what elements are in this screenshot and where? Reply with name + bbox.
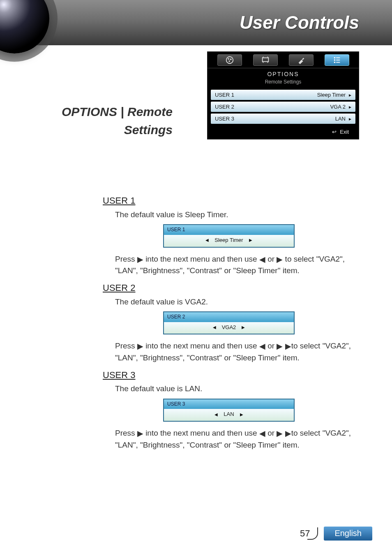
- osd-exit-row[interactable]: ↩ Exit: [208, 125, 359, 139]
- language-pill: English: [324, 527, 372, 541]
- triangle-right-icon[interactable]: ▶: [240, 412, 243, 418]
- triangle-left-icon: ◀: [259, 341, 265, 352]
- chevron-right-icon: [349, 92, 351, 98]
- osd-subtitle: Remote Settings: [208, 78, 359, 88]
- osd-row-label: USER 1: [215, 92, 234, 98]
- osd-title: OPTIONS: [208, 68, 359, 78]
- triangle-right-icon: ▶ ▶: [277, 341, 291, 352]
- footer: 57 English: [297, 527, 372, 541]
- user1-default: The default value is Sleep Timer.: [103, 209, 355, 220]
- page-num-wrap: 57: [297, 528, 316, 539]
- svg-point-3: [228, 60, 230, 62]
- triangle-right-icon: ▶: [137, 254, 143, 265]
- chevron-right-icon: [349, 104, 351, 110]
- user1-instruction: Press ▶ into the next menu and then use …: [103, 253, 355, 276]
- triangle-right-icon: ▶: [137, 428, 143, 439]
- triangle-right-icon[interactable]: ▶: [249, 237, 252, 244]
- triangle-right-icon: ▶: [137, 341, 143, 352]
- osd-exit-label: Exit: [340, 129, 349, 135]
- back-arrow-icon: ↩: [332, 129, 337, 135]
- triangle-left-icon: ◀: [259, 254, 265, 265]
- body-content: USER 1 The default value is Sleep Timer.…: [103, 189, 355, 450]
- user2-selector-value: VGA2: [222, 324, 236, 332]
- osd-row-label: USER 2: [215, 104, 234, 110]
- user3-instruction: Press ▶ into the next menu and then use …: [103, 427, 355, 450]
- osd-row-user3[interactable]: USER 3 LAN: [211, 114, 355, 124]
- osd-row-value: LAN: [335, 116, 346, 122]
- svg-point-1: [228, 58, 229, 60]
- svg-point-7: [334, 59, 335, 61]
- tab-display-icon[interactable]: [253, 54, 278, 66]
- user3-selector-value-row[interactable]: ◀ LAN ▶: [164, 409, 294, 421]
- user2-default: The default value is VGA2.: [103, 296, 355, 308]
- user2-selector-label: USER 2: [164, 312, 294, 322]
- user3-selector: USER 3 ◀ LAN ▶: [163, 399, 295, 422]
- triangle-left-icon[interactable]: ◀: [213, 325, 216, 331]
- triangle-right-icon: ▶ ▶: [277, 428, 291, 439]
- user1-heading: USER 1: [103, 194, 355, 207]
- osd-panel: OPTIONS Remote Settings USER 1 Sleep Tim…: [207, 51, 359, 139]
- osd-row-user2[interactable]: USER 2 VGA 2: [211, 102, 355, 112]
- triangle-left-icon: ◀: [259, 428, 265, 439]
- user1-selector-value: Sleep Timer: [214, 237, 243, 244]
- header-bar: User Controls: [0, 0, 392, 45]
- osd-tab-bar: [208, 52, 359, 68]
- user3-selector-label: USER 3: [164, 399, 294, 409]
- svg-rect-6: [336, 57, 340, 58]
- triangle-right-icon: ▶: [277, 254, 283, 265]
- svg-rect-10: [336, 62, 340, 63]
- svg-rect-4: [262, 58, 268, 61]
- osd-row-label: USER 3: [215, 116, 234, 122]
- triangle-left-icon[interactable]: ◀: [205, 237, 209, 244]
- user1-selector-value-row[interactable]: ◀ Sleep Timer ▶: [164, 235, 294, 247]
- user2-selector-value-row[interactable]: ◀ VGA2 ▶: [164, 322, 294, 334]
- user2-heading: USER 2: [103, 281, 355, 295]
- osd-row-value: VGA 2: [330, 104, 346, 110]
- chevron-right-icon: [349, 116, 351, 122]
- user1-selector: USER 1 ◀ Sleep Timer ▶: [163, 224, 295, 247]
- tab-options-icon[interactable]: [325, 54, 349, 66]
- user1-selector-label: USER 1: [164, 225, 294, 234]
- user3-default: The default value is LAN.: [103, 383, 355, 395]
- user3-selector-value: LAN: [224, 411, 234, 418]
- user2-selector: USER 2 ◀ VGA2 ▶: [163, 311, 295, 334]
- lens-graphic: [0, 0, 49, 53]
- page-number: 57: [297, 527, 313, 539]
- triangle-left-icon[interactable]: ◀: [214, 412, 218, 418]
- user3-heading: USER 3: [103, 369, 355, 382]
- svg-point-2: [230, 58, 231, 60]
- svg-point-5: [334, 57, 335, 58]
- tab-image-icon[interactable]: [217, 54, 242, 66]
- osd-row-user1[interactable]: USER 1 Sleep Timer: [211, 90, 355, 100]
- osd-row-value: Sleep Timer: [317, 92, 346, 98]
- svg-point-9: [334, 61, 335, 63]
- section-title: OPTIONS | Remote Settings: [37, 103, 173, 139]
- svg-point-0: [226, 56, 233, 63]
- tab-setup-icon[interactable]: [289, 54, 314, 66]
- user2-instruction: Press ▶ into the next menu and then use …: [103, 340, 355, 363]
- page-header-title: User Controls: [240, 12, 359, 33]
- triangle-right-icon[interactable]: ▶: [242, 325, 245, 331]
- svg-rect-8: [336, 60, 340, 60]
